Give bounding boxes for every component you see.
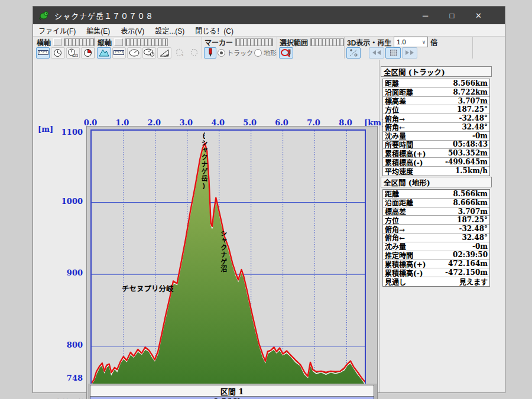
row-value: -32.48° xyxy=(459,114,488,122)
row-value: 503.352m xyxy=(448,149,488,157)
marker-slider[interactable] xyxy=(235,38,273,46)
track-panel-header: 全区間 (トラック) xyxy=(381,66,492,77)
menu-item-settings[interactable]: 設定...(S) xyxy=(150,24,190,37)
app-icon xyxy=(39,10,50,21)
rewind-icon xyxy=(372,50,381,56)
row-value: -472.150m xyxy=(445,268,488,277)
row-value: 1.5km/h xyxy=(455,167,488,175)
title-bar: シャクナゲ岳１７０７０８ ─ □ ✕ xyxy=(33,7,505,24)
dashed-shape-2-icon xyxy=(190,48,199,57)
selection-loop-button[interactable] xyxy=(279,47,293,59)
svg-text:1: 1 xyxy=(181,53,184,57)
track-row: 累積標高(-)-499.645m xyxy=(383,158,489,167)
track-row: 平均速度1.5km/h xyxy=(383,167,489,176)
row-value: 8.566km xyxy=(453,79,488,87)
client-area: [m] [km] 0.01.02.03.04.05.06.07.08.0 748… xyxy=(33,60,505,392)
yaxis-elevation-button[interactable] xyxy=(97,47,111,59)
xaxis-distance-button[interactable] xyxy=(36,47,50,59)
row-value: 02:39:50 xyxy=(453,251,488,259)
xaxis-time-button[interactable] xyxy=(51,47,64,59)
chart-annotation: シャクナゲ沼 xyxy=(219,230,226,273)
track-panel-table: 距離8.566km沿面距離8.722km標高差3.707m方位187.25°俯角… xyxy=(382,79,490,176)
selection-loop-icon xyxy=(280,48,292,57)
close-button[interactable]: ✕ xyxy=(465,7,492,24)
terrain-row: 見通し見えます xyxy=(383,277,489,286)
row-value: 187.25° xyxy=(457,216,488,224)
section-table-header: 区間 1 xyxy=(90,385,374,397)
menu-item-file[interactable]: ファイル(F) xyxy=(33,24,81,37)
row-value: 472.164m xyxy=(448,259,488,268)
selection-slider[interactable] xyxy=(310,38,344,46)
elevation-profile-svg xyxy=(92,131,365,384)
minimize-button[interactable]: ─ xyxy=(412,7,439,24)
yaxis-extra2-button[interactable] xyxy=(187,47,202,59)
playback-viewpoint-button[interactable] xyxy=(346,47,361,59)
play-icon xyxy=(405,50,414,56)
marker-label: マーカー xyxy=(205,37,233,47)
yaxis-extra1-button[interactable]: 1 xyxy=(173,47,187,59)
vertical-axis-slider[interactable] xyxy=(125,38,168,46)
yaxis-slope-button[interactable] xyxy=(157,47,171,59)
clock-123-icon: 123 xyxy=(67,48,78,57)
playback-speed-combobox[interactable]: 1.0 ∨ xyxy=(394,37,428,47)
maximize-button[interactable]: □ xyxy=(439,7,465,24)
yaxis-tick-label: 800 xyxy=(47,340,83,349)
menu-item-view[interactable]: 表示(V) xyxy=(115,24,150,37)
xaxis-time-numbers-button[interactable]: 123 xyxy=(66,47,80,59)
row-value: 05:48:43 xyxy=(453,140,488,148)
row-value: 8.666km xyxy=(453,199,488,207)
playback-rewind-button[interactable] xyxy=(369,47,384,59)
horizontal-axis-slider[interactable] xyxy=(64,38,95,46)
chart-annotation: (シャクナゲ岳) xyxy=(200,132,207,190)
marker-target-terrain-radio[interactable]: 地形 xyxy=(254,48,277,57)
playback-speed-unit: 倍 xyxy=(430,37,437,47)
terrain-panel-header: 全区間 (地形) xyxy=(381,177,492,187)
marker-terrain-label: 地形 xyxy=(264,48,277,57)
yaxis-speed-time-button[interactable] xyxy=(142,47,157,59)
yaxis-tick-label: 1000 xyxy=(47,197,83,206)
yaxis-speed-button[interactable] xyxy=(127,47,141,59)
group-selection: 選択範囲 xyxy=(277,37,345,59)
group-vertical-axis: 縦軸 1 xyxy=(95,37,202,59)
chart-annotation: チセヌプリ分岐 xyxy=(122,286,174,293)
stop-icon xyxy=(390,50,397,56)
menu-item-close[interactable]: 閉じる！(C) xyxy=(190,24,239,37)
panel-divider xyxy=(379,60,379,392)
elevation-profile-plot[interactable]: (シャクナゲ岳)シャクナゲ沼チセヌプリ分岐 xyxy=(90,129,366,385)
xaxis-pie-time-button[interactable] xyxy=(81,47,95,59)
marker-target-track-radio[interactable]: トラック xyxy=(218,48,253,57)
menu-item-edit[interactable]: 編集(E) xyxy=(81,24,115,37)
svg-text:123: 123 xyxy=(72,54,78,57)
row-value: 32.48° xyxy=(462,123,488,131)
row-label: 見通し xyxy=(385,277,406,287)
playback-stop-button[interactable] xyxy=(385,47,401,59)
row-value: -0m xyxy=(472,242,488,251)
terrain-panel-table: 距離8.566km沿面距離8.666km標高差3.707m方位187.25°俯角… xyxy=(382,189,490,287)
section-row-value: 8.566km xyxy=(90,397,374,399)
row-value: 187.25° xyxy=(457,105,488,113)
vertical-axis-mini-button[interactable] xyxy=(114,38,123,46)
radio-dot-icon xyxy=(218,49,225,57)
row-value: 8.566km xyxy=(453,190,488,198)
row-value: 8.722km xyxy=(453,88,488,96)
section-table-backdrop: 区間 1 8.566km8.722km05:48:433.707m xyxy=(88,384,377,399)
selection-label: 選択範囲 xyxy=(280,37,308,47)
group-marker: マーカー トラック 地形 xyxy=(202,37,277,59)
yaxis-tick-label: 900 xyxy=(47,268,83,277)
dashed-shape-1-icon: 1 xyxy=(175,48,184,57)
playback-play-button[interactable] xyxy=(402,47,417,59)
menu-bar: ファイル(F)編集(E)表示(V)設定...(S)閉じる！(C) xyxy=(33,24,505,37)
ruler-icon xyxy=(113,49,124,56)
toolbar: 横軸 123 縦軸 xyxy=(33,37,505,60)
row-value: 32.48° xyxy=(462,233,488,242)
horizontal-axis-mini-button[interactable] xyxy=(53,38,61,46)
row-label: 平均速度 xyxy=(385,166,413,176)
app-window: シャクナゲ岳１７０７０８ ─ □ ✕ ファイル(F)編集(E)表示(V)設定..… xyxy=(33,6,505,393)
group-horizontal-axis: 横軸 123 xyxy=(34,37,95,59)
ruler-icon xyxy=(38,49,48,56)
yaxis-distance-button[interactable] xyxy=(112,47,126,59)
pie-clock-icon xyxy=(83,48,92,57)
row-value: 3.707m xyxy=(458,97,488,105)
marker-pen-button[interactable] xyxy=(204,47,216,59)
window-title: シャクナゲ岳１７０７０８ xyxy=(54,10,154,21)
